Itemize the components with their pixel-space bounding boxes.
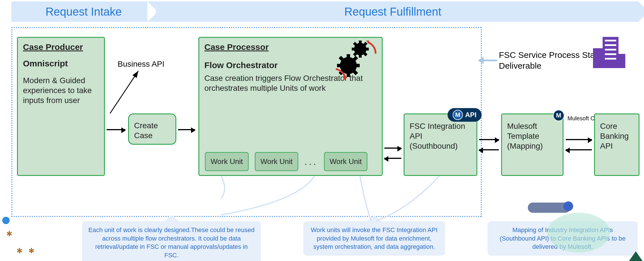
work-unit-1-label: Work Unit [211, 157, 243, 166]
work-unit-2-label: Work Unit [260, 157, 293, 166]
phase-intake: Request Intake [11, 1, 156, 22]
building-icon [593, 34, 627, 68]
work-unit-ellipsis: ... [304, 155, 317, 168]
mulesoft-template-box: M Mulesoft Template (Mapping) [501, 113, 564, 176]
callout-connector-1 [221, 176, 323, 223]
decor-butterfly-3: ✱ [28, 247, 35, 255]
mulesoft-m-icon: M [453, 110, 463, 120]
case-producer-box: Case Producer Omniscript Modern & Guided… [17, 37, 105, 176]
callout-work-units-text: Each unit of work is clearly designed.Th… [88, 226, 255, 259]
arrow-producer-to-createcase [107, 129, 125, 130]
fsc-integration-api-box: M API FSC Integration API (Southbound) [404, 113, 477, 176]
fsc-integration-api-label: FSC Integration API (Southbound) [410, 122, 465, 150]
callout-integration-api: Work units will invoke the FSC Integrati… [303, 221, 445, 256]
mulesoft-template-label: Mulesoft Template (Mapping) [507, 122, 543, 150]
case-producer-subtitle: Omniscript [23, 58, 99, 69]
work-unit-n: Work Unit [324, 152, 368, 171]
gears-icon [334, 41, 377, 80]
phase-bar: Request Intake Request Fulfillment [11, 1, 638, 22]
case-producer-body: Modern & Guided experiences to take inpu… [23, 75, 99, 105]
case-processor-box: Case Processor Flow Orchestrator Case cr… [198, 37, 383, 176]
phase-fulfill: Request Fulfillment [147, 1, 638, 22]
work-unit-1: Work Unit [205, 152, 249, 171]
callout-connector-2 [354, 176, 445, 223]
decor-butterfly-2: ✱ [16, 247, 23, 255]
decor-blob-1 [548, 213, 610, 252]
core-banking-api-box: Core Banking API [594, 113, 639, 176]
callout-work-units: Each unit of work is clearly designed.Th… [82, 221, 261, 261]
decor-dot-left [2, 217, 10, 224]
case-producer-title: Case Producer [23, 42, 99, 52]
api-badge-label: API [465, 111, 476, 119]
service-deliverable-arrow [483, 60, 497, 61]
work-unit-2: Work Unit [255, 152, 298, 171]
callout-integration-api-text: Work units will invoke the FSC Integrati… [311, 226, 437, 250]
decor-butterfly-1: ✱ [6, 230, 12, 238]
diagram-stage: Request Intake Request Fulfillment Case … [0, 0, 644, 261]
business-api-label: Business API [118, 60, 164, 69]
create-case-box: Create Case [128, 113, 176, 145]
svg-line-0 [110, 71, 138, 113]
decor-triangle [629, 251, 643, 261]
work-unit-row: Work Unit Work Unit ... Work Unit [205, 152, 376, 171]
api-badge: M API [448, 108, 482, 122]
work-unit-n-label: Work Unit [330, 157, 362, 166]
arrow-createcase-to-processor [178, 129, 195, 130]
create-case-label: Create Case [134, 121, 158, 140]
decor-dot-1 [564, 201, 573, 211]
business-api-arrow [107, 68, 144, 116]
core-banking-api-label: Core Banking API [600, 122, 629, 150]
mulesoft-badge-icon: M [553, 110, 564, 121]
